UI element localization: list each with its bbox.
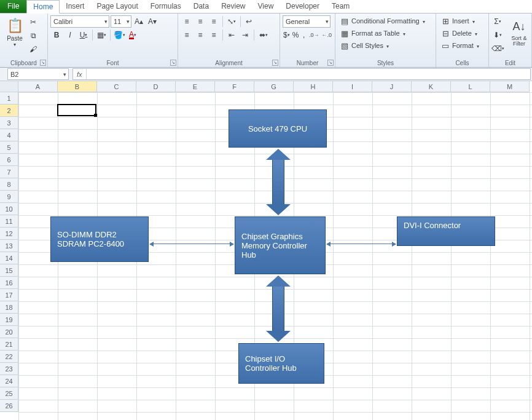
col-header[interactable]: H bbox=[294, 81, 333, 92]
align-top-button[interactable]: ≡ bbox=[181, 15, 193, 28]
col-header[interactable]: E bbox=[176, 81, 215, 92]
tab-page-layout[interactable]: Page Layout bbox=[90, 0, 144, 13]
col-header[interactable]: M bbox=[490, 81, 530, 92]
decrease-indent-button[interactable]: ⇤ bbox=[225, 29, 238, 41]
fx-icon[interactable]: fx bbox=[73, 69, 87, 79]
row-header[interactable]: 19 bbox=[0, 314, 18, 326]
number-dialog-launcher[interactable]: ↘ bbox=[327, 60, 334, 66]
merge-center-button[interactable]: ⬌▾ bbox=[257, 29, 270, 41]
row-header[interactable]: 4 bbox=[0, 129, 18, 141]
row-header[interactable]: 20 bbox=[0, 326, 18, 338]
row-header[interactable]: 9 bbox=[0, 191, 18, 203]
orientation-button[interactable]: ⤡▾ bbox=[225, 15, 238, 28]
arrow-gmch-ich[interactable] bbox=[266, 275, 291, 342]
cut-button[interactable]: ✂ bbox=[27, 16, 39, 28]
row-header[interactable]: 11 bbox=[0, 215, 18, 228]
alignment-dialog-launcher[interactable]: ↘ bbox=[272, 60, 278, 66]
increase-font-button[interactable]: A▴ bbox=[133, 15, 145, 28]
arrow-cpu-gmch[interactable] bbox=[266, 149, 291, 215]
row-header[interactable]: 6 bbox=[0, 154, 18, 166]
tab-team[interactable]: Team bbox=[326, 0, 356, 13]
tab-view[interactable]: View bbox=[252, 0, 280, 13]
row-header[interactable]: 16 bbox=[0, 277, 18, 289]
row-header[interactable]: 2 bbox=[0, 105, 18, 117]
increase-indent-button[interactable]: ⇥ bbox=[239, 29, 251, 41]
border-button[interactable]: ▦▾ bbox=[95, 29, 108, 41]
row-header[interactable]: 8 bbox=[0, 178, 18, 191]
clipboard-dialog-launcher[interactable]: ↘ bbox=[40, 60, 46, 66]
row-header[interactable]: 12 bbox=[0, 228, 18, 240]
row-header[interactable]: 25 bbox=[0, 387, 18, 400]
clear-button[interactable]: ⌫▾ bbox=[491, 42, 504, 55]
col-header[interactable]: C bbox=[97, 81, 136, 92]
tab-data[interactable]: Data bbox=[187, 0, 215, 13]
name-box[interactable]: B2 bbox=[7, 68, 69, 80]
align-middle-button[interactable]: ≡ bbox=[194, 15, 206, 28]
bold-button[interactable]: B bbox=[50, 29, 63, 41]
col-header[interactable]: G bbox=[254, 81, 294, 92]
delete-cells-button[interactable]: ⊟Delete bbox=[439, 27, 486, 39]
col-header[interactable]: A bbox=[18, 81, 58, 92]
tab-home[interactable]: Home bbox=[26, 0, 60, 14]
sort-filter-button[interactable]: A↓ Sort & Filter bbox=[508, 15, 530, 49]
row-header[interactable]: 15 bbox=[0, 264, 18, 277]
col-header[interactable]: D bbox=[136, 81, 176, 92]
row-header[interactable]: 3 bbox=[0, 117, 18, 129]
cell-area[interactable]: Socket 479 CPU SO-DIMM DDR2 SDRAM PC2-64… bbox=[18, 92, 532, 420]
font-dialog-launcher[interactable]: ↘ bbox=[170, 60, 176, 66]
shape-cpu[interactable]: Socket 479 CPU bbox=[229, 109, 327, 148]
align-center-button[interactable]: ≡ bbox=[194, 29, 206, 41]
fill-button[interactable]: ⬇▾ bbox=[491, 29, 504, 41]
cell-styles-button[interactable]: ▧Cell Styles bbox=[338, 39, 433, 52]
format-painter-button[interactable]: 🖌 bbox=[27, 43, 39, 55]
col-header[interactable]: I bbox=[333, 81, 372, 92]
col-header[interactable]: F bbox=[215, 81, 254, 92]
autosum-button[interactable]: Σ▾ bbox=[491, 15, 504, 28]
shape-sodimm[interactable]: SO-DIMM DDR2 SDRAM PC2-6400 bbox=[50, 216, 149, 262]
align-right-button[interactable]: ≡ bbox=[208, 29, 220, 41]
row-header[interactable]: 18 bbox=[0, 301, 18, 314]
row-header[interactable]: 23 bbox=[0, 363, 18, 375]
font-color-button[interactable]: A▾ bbox=[127, 29, 139, 41]
fill-handle[interactable] bbox=[94, 114, 97, 117]
row-header[interactable]: 7 bbox=[0, 166, 18, 178]
font-size-combo[interactable]: 11 bbox=[111, 15, 131, 28]
row-header[interactable]: 26 bbox=[0, 400, 18, 412]
row-header[interactable]: 13 bbox=[0, 240, 18, 252]
select-all-corner[interactable] bbox=[0, 81, 18, 92]
fill-color-button[interactable]: 🪣▾ bbox=[113, 29, 125, 41]
copy-button[interactable]: ⧉ bbox=[27, 30, 39, 42]
active-cell[interactable] bbox=[57, 104, 96, 116]
align-left-button[interactable]: ≡ bbox=[181, 29, 193, 41]
align-bottom-button[interactable]: ≡ bbox=[208, 15, 220, 28]
number-format-combo[interactable]: General bbox=[283, 15, 331, 28]
col-header[interactable]: B bbox=[58, 81, 97, 92]
wrap-text-button[interactable]: ↩ bbox=[243, 15, 254, 28]
shape-ich[interactable]: Chipset I/O Controller Hub bbox=[238, 343, 324, 384]
row-header[interactable]: 5 bbox=[0, 141, 18, 154]
row-header[interactable]: 10 bbox=[0, 203, 18, 215]
row-header[interactable]: 21 bbox=[0, 338, 18, 351]
row-header[interactable]: 24 bbox=[0, 375, 18, 387]
italic-button[interactable]: I bbox=[64, 29, 76, 41]
underline-button[interactable]: U▾ bbox=[77, 29, 90, 41]
increase-decimal-button[interactable]: .0→ bbox=[308, 29, 320, 41]
comma-button[interactable]: , bbox=[300, 29, 307, 41]
shape-dvi[interactable]: DVI-I Connector bbox=[397, 216, 495, 246]
percent-button[interactable]: % bbox=[292, 29, 300, 41]
row-header[interactable]: 17 bbox=[0, 289, 18, 301]
col-header[interactable]: K bbox=[412, 81, 451, 92]
tab-review[interactable]: Review bbox=[215, 0, 251, 13]
tab-formulas[interactable]: Formulas bbox=[144, 0, 187, 13]
shape-gmch[interactable]: Chipset Graphics Memory Controller Hub bbox=[235, 216, 326, 274]
tab-insert[interactable]: Insert bbox=[60, 0, 90, 13]
connector-sodimm-gmch[interactable] bbox=[150, 244, 233, 244]
paste-button[interactable]: 📋 Paste ▾ bbox=[2, 15, 27, 49]
tab-developer[interactable]: Developer bbox=[280, 0, 326, 13]
insert-cells-button[interactable]: ⊞Insert bbox=[439, 15, 486, 27]
connector-gmch-dvi[interactable] bbox=[327, 244, 396, 244]
format-cells-button[interactable]: ▭Format bbox=[439, 39, 486, 52]
formula-input[interactable] bbox=[87, 69, 530, 79]
accounting-button[interactable]: $▾ bbox=[283, 29, 291, 41]
row-header[interactable]: 14 bbox=[0, 252, 18, 264]
